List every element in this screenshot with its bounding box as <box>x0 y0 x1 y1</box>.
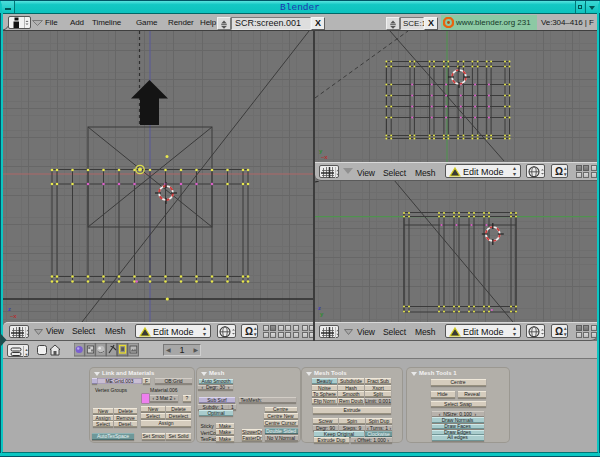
svg-text:z: z <box>8 306 11 312</box>
svg-text:–x: –x <box>10 313 17 319</box>
svg-text:▼: ▼ <box>25 352 29 357</box>
svg-text:–x: –x <box>321 154 328 160</box>
svg-text:y: y <box>320 311 324 317</box>
